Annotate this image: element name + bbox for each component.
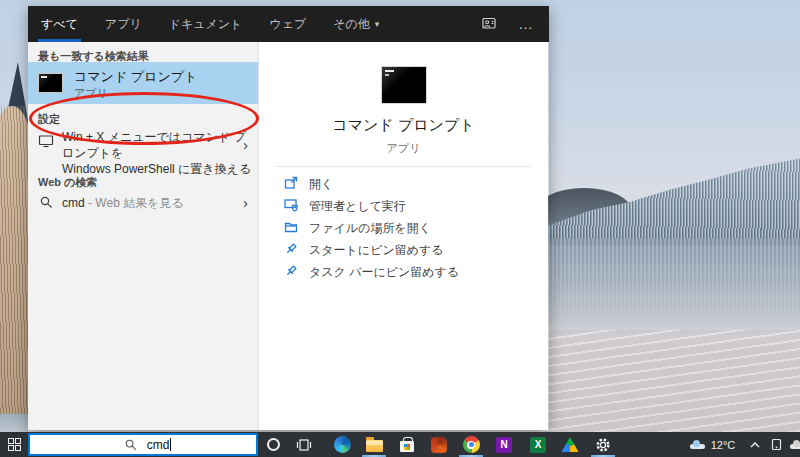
more-options-button[interactable]: … [518,19,533,29]
settings-result-line1: Win + X メニューではコマンド プロンプトを [62,129,258,161]
taskbar: cmd N X 12°C [0,432,800,457]
wallpaper-lake-reflection [540,238,800,338]
tab-web-label: ウェブ [269,16,306,33]
search-results: 最も一致する検索結果 コマンド プロンプト アプリ 設定 [28,42,549,430]
results-list: 最も一致する検索結果 コマンド プロンプト アプリ 設定 [28,42,259,430]
desktop: すべて アプリ ドキュメント ウェブ その他 ▾ [0,0,800,457]
chevron-right-icon: › [243,136,248,153]
tab-more-label: その他 [333,16,370,33]
action-pin-to-taskbar[interactable]: タスク バーにピン留めする [259,261,548,282]
command-prompt-icon-large [381,66,427,104]
excel-button[interactable]: X [526,432,550,457]
action-run-as-admin[interactable]: 管理者として実行 [259,195,548,216]
cortana-icon [267,438,280,451]
tab-more[interactable]: その他 ▾ [330,6,382,42]
settings-header: 設定 [38,112,60,127]
web-search-header: Web の検索 [38,175,97,190]
action-pin-to-taskbar-label: タスク バーにピン留めする [309,264,459,281]
start-button[interactable] [0,432,28,457]
tab-all[interactable]: すべて [38,6,81,42]
best-match-command-prompt[interactable]: コマンド プロンプト アプリ [28,62,258,104]
taskbar-search-input[interactable]: cmd [28,433,258,456]
file-explorer-button[interactable] [362,432,386,457]
task-view-button[interactable] [292,432,316,457]
best-match-title: コマンド プロンプト [74,68,197,86]
chevron-down-icon: ▾ [375,19,380,29]
store-button[interactable] [395,432,419,457]
feedback-button[interactable] [481,16,498,32]
action-list: 開く 管理者として実行 [259,173,548,283]
search-icon [124,438,138,452]
wallpaper-left-strip [0,0,28,432]
settings-result-item[interactable]: Win + X メニューではコマンド プロンプトを Windows PowerS… [28,127,258,167]
action-open[interactable]: 開く [259,173,548,194]
header-actions: … [481,6,533,42]
tab-apps[interactable]: アプリ [102,6,145,42]
cortana-button[interactable] [261,432,285,457]
onenote-button[interactable]: N [492,432,516,457]
onedrive-button[interactable] [789,432,800,457]
best-match-subtitle: アプリ [74,86,108,101]
folder-icon [283,219,299,239]
wallpaper-grass-hill [0,106,28,422]
chrome-icon [463,436,480,453]
preview-divider [275,166,532,167]
tab-apps-label: アプリ [105,16,142,33]
chevron-right-icon: › [243,194,248,211]
display-icon [38,134,54,152]
google-drive-icon [562,437,579,452]
text-cursor [170,438,171,451]
search-flyout: すべて アプリ ドキュメント ウェブ その他 ▾ [28,6,549,430]
onenote-icon: N [496,437,512,453]
preview-app-title: コマンド プロンプト [259,116,548,135]
windows-logo-icon [8,438,21,451]
web-search-text: cmd - Web 結果を見る [62,195,184,212]
action-open-file-location-label: ファイルの場所を開く [309,220,431,237]
pin-icon [283,241,299,261]
preview-app-subtitle: アプリ [259,141,548,156]
action-open-label: 開く [309,176,333,193]
onedrive-cloud-icon [790,440,800,449]
tab-documents[interactable]: ドキュメント [166,6,246,42]
tab-documents-label: ドキュメント [169,16,243,33]
weather-widget[interactable] [688,432,706,457]
search-icon [39,195,54,214]
office-icon [431,437,447,453]
open-icon [283,175,299,195]
preview-pane: コマンド プロンプト アプリ 開く [259,42,548,430]
action-pin-to-start[interactable]: スタートにピン留めする [259,239,548,260]
chrome-button[interactable] [459,432,483,457]
run-as-admin-icon [283,197,299,217]
action-open-file-location[interactable]: ファイルの場所を開く [259,217,548,238]
google-drive-button[interactable] [558,432,582,457]
settings-result-text: Win + X メニューではコマンド プロンプトを Windows PowerS… [62,129,258,177]
settings-gear-icon [595,437,611,453]
settings-button[interactable] [591,432,615,457]
weather-cloud-icon [690,440,705,449]
weather-temperature[interactable]: 12°C [708,432,738,457]
file-explorer-icon [366,440,383,452]
web-search-suffix: - Web 結果を見る [88,196,184,210]
web-search-query: cmd [62,196,85,210]
tab-web[interactable]: ウェブ [266,6,309,42]
tray-device-button[interactable] [768,432,784,457]
phone-icon [771,438,782,451]
wallpaper-left-water [0,414,28,432]
edge-button[interactable] [330,432,354,457]
wallpaper-sand [540,330,800,432]
chevron-up-icon [750,442,760,448]
excel-icon: X [530,437,546,453]
store-icon [400,441,414,452]
tray-expand-button[interactable] [747,432,763,457]
search-input-value: cmd [147,438,170,452]
web-search-result-item[interactable]: cmd - Web 結果を見る › [28,191,258,217]
task-view-icon [296,438,312,452]
action-pin-to-start-label: スタートにピン留めする [309,242,444,259]
feedback-icon [481,16,498,32]
office-button[interactable] [427,432,451,457]
search-tabs-bar: すべて アプリ ドキュメント ウェブ その他 ▾ [28,6,549,42]
action-run-as-admin-label: 管理者として実行 [309,198,406,215]
tab-all-label: すべて [41,16,78,33]
pin-icon [283,263,299,283]
edge-icon [334,436,351,453]
